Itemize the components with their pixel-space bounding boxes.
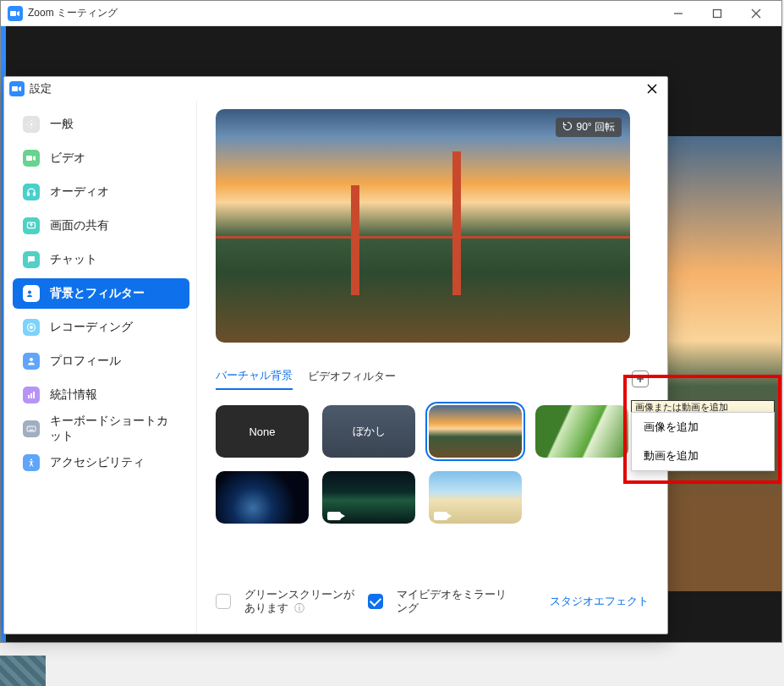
svg-rect-11 xyxy=(34,193,36,195)
svg-point-8 xyxy=(30,123,33,126)
sidebar-item-chat[interactable]: チャット xyxy=(13,244,189,275)
svg-rect-17 xyxy=(28,395,30,398)
svg-rect-2 xyxy=(714,9,721,17)
sidebar-item-accessibility[interactable]: アクセシビリティ xyxy=(13,447,189,478)
sidebar-item-statistics[interactable]: 統計情報 xyxy=(13,380,189,410)
rotate-icon xyxy=(562,121,573,134)
sidebar-item-label: 画面の共有 xyxy=(50,218,109,233)
sidebar-item-label: アクセシビリティ xyxy=(50,455,145,470)
accessibility-icon xyxy=(23,454,40,471)
bg-thumb-beach[interactable] xyxy=(429,471,522,524)
zoom-logo-icon xyxy=(8,6,23,21)
settings-header: 設定 xyxy=(4,77,667,101)
tab-video-filter[interactable]: ビデオフィルター xyxy=(308,369,396,389)
background-icon xyxy=(23,285,40,302)
bg-thumb-grass[interactable] xyxy=(535,405,628,458)
taskbar-fragment xyxy=(0,656,46,686)
sidebar-item-label: キーボードショートカット xyxy=(50,414,179,444)
close-window-button[interactable] xyxy=(744,5,768,22)
bg-thumb-none[interactable]: None xyxy=(216,405,309,458)
sidebar-item-share-screen[interactable]: 画面の共有 xyxy=(13,211,189,241)
svg-rect-18 xyxy=(30,393,32,398)
settings-dialog: 設定 一般 ビデオ オーディオ 画面の共有 チャ xyxy=(3,76,668,634)
help-icon[interactable]: ⓘ xyxy=(292,602,304,614)
bg-thumb-bridge[interactable] xyxy=(429,405,522,458)
profile-icon xyxy=(23,353,40,370)
bg-thumb-aurora[interactable] xyxy=(322,471,415,524)
sidebar-item-label: 背景とフィルター xyxy=(50,286,145,301)
svg-rect-24 xyxy=(30,430,34,431)
sidebar-item-audio[interactable]: オーディオ xyxy=(13,177,189,207)
bg-filter-tabs: バーチャル背景 ビデオフィルター xyxy=(216,368,649,390)
sidebar-item-recording[interactable]: レコーディング xyxy=(13,312,189,343)
sidebar-item-keyboard-shortcuts[interactable]: キーボードショートカット xyxy=(13,414,189,444)
titlebar: Zoom ミーティング xyxy=(1,1,781,26)
settings-close-button[interactable] xyxy=(642,79,662,99)
studio-effects-link[interactable]: スタジオエフェクト xyxy=(550,594,649,609)
thumb-label: ぼかし xyxy=(353,424,386,439)
green-screen-label: グリーンスクリーンがあります ⓘ xyxy=(244,588,354,616)
menu-add-image[interactable]: 画像を追加 xyxy=(632,413,774,442)
rotate-button[interactable]: 90° 回転 xyxy=(556,118,622,137)
svg-rect-10 xyxy=(28,193,30,195)
svg-point-21 xyxy=(29,428,30,429)
svg-rect-0 xyxy=(10,11,16,16)
headphones-icon xyxy=(23,184,40,200)
sidebar-item-background-filters[interactable]: 背景とフィルター xyxy=(13,278,189,309)
svg-rect-20 xyxy=(27,426,36,431)
settings-footer: グリーンスクリーンがあります ⓘ マイビデオをミラーリング スタジオエフェクト xyxy=(216,583,649,626)
bg-thumb-earth[interactable] xyxy=(216,471,309,524)
svg-point-25 xyxy=(30,459,32,461)
window-title: Zoom ミーティング xyxy=(28,6,118,20)
sidebar-item-label: レコーディング xyxy=(50,320,133,335)
minimize-button[interactable] xyxy=(666,5,690,22)
svg-rect-9 xyxy=(26,156,32,161)
video-icon xyxy=(23,150,40,167)
stats-icon xyxy=(23,387,40,403)
window-controls xyxy=(666,5,775,22)
sidebar-item-label: オーディオ xyxy=(50,184,109,200)
svg-point-16 xyxy=(30,358,33,361)
svg-point-15 xyxy=(30,326,33,329)
background-thumbnails: None ぼかし xyxy=(216,405,647,524)
settings-sidebar: 一般 ビデオ オーディオ 画面の共有 チャット 背景とフィルター xyxy=(4,101,197,634)
sidebar-item-label: 一般 xyxy=(50,117,74,132)
maximize-button[interactable] xyxy=(705,5,729,22)
video-badge-icon xyxy=(434,512,447,520)
rotate-label: 90° 回転 xyxy=(577,120,615,134)
mirror-video-checkbox[interactable] xyxy=(368,594,383,609)
svg-rect-5 xyxy=(12,86,18,91)
recording-icon xyxy=(23,319,40,336)
share-screen-icon xyxy=(23,217,40,234)
bridge-pylon-decor xyxy=(351,185,359,295)
add-background-button[interactable] xyxy=(632,370,649,387)
video-preview: 90° 回転 xyxy=(216,109,630,343)
svg-rect-19 xyxy=(33,392,35,398)
zoom-logo-icon xyxy=(9,81,25,96)
sidebar-item-label: チャット xyxy=(50,252,97,267)
mirror-video-label: マイビデオをミラーリング xyxy=(397,588,507,616)
sidebar-item-label: 統計情報 xyxy=(50,387,97,403)
menu-add-video[interactable]: 動画を追加 xyxy=(632,442,774,470)
add-background-menu: 画像を追加 動画を追加 xyxy=(631,412,775,471)
sidebar-item-label: プロフィール xyxy=(50,354,121,369)
bridge-pylon-decor xyxy=(452,151,461,295)
gear-icon xyxy=(23,116,40,133)
video-badge-icon xyxy=(327,512,341,520)
settings-title: 設定 xyxy=(30,81,52,96)
tab-virtual-background[interactable]: バーチャル背景 xyxy=(216,368,293,390)
bg-thumb-blur[interactable]: ぼかし xyxy=(322,405,415,458)
svg-point-13 xyxy=(28,291,31,294)
svg-point-23 xyxy=(32,428,33,429)
keyboard-icon xyxy=(23,420,40,437)
chat-icon xyxy=(23,251,40,268)
bridge-deck-decor xyxy=(216,236,630,239)
sidebar-item-general[interactable]: 一般 xyxy=(13,109,189,140)
thumb-label: None xyxy=(249,425,275,438)
sidebar-item-label: ビデオ xyxy=(50,151,85,166)
green-screen-checkbox[interactable] xyxy=(216,594,231,609)
sidebar-item-profile[interactable]: プロフィール xyxy=(13,346,189,376)
settings-content: 90° 回転 バーチャル背景 ビデオフィルター None ぼかし xyxy=(197,101,667,634)
settings-body: 一般 ビデオ オーディオ 画面の共有 チャット 背景とフィルター xyxy=(4,101,667,634)
sidebar-item-video[interactable]: ビデオ xyxy=(13,143,189,173)
